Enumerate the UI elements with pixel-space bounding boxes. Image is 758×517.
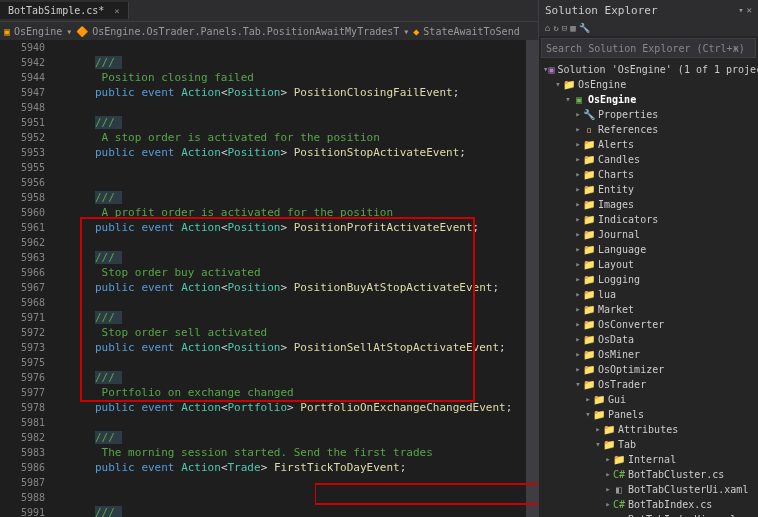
panel-title: Solution Explorer	[545, 4, 658, 17]
line-number-gutter: 5940594259445947594859515952595359555956…	[0, 40, 55, 517]
collapse-icon[interactable]: ⊟	[562, 23, 567, 33]
tree-item[interactable]: ▸📁Internal	[539, 452, 758, 467]
close-panel-icon[interactable]: ✕	[747, 5, 752, 15]
properties-icon[interactable]: 🔧	[579, 23, 590, 33]
tree-item[interactable]: ▸◧BotTabClusterUi.xaml	[539, 482, 758, 497]
tree-item[interactable]: ▾▣Solution 'OsEngine' (1 of 1 project)	[539, 62, 758, 77]
tree-item[interactable]: ▸📁Logging	[539, 272, 758, 287]
tree-item[interactable]: ▸📁lua	[539, 287, 758, 302]
tree-item[interactable]: ▸📁Charts	[539, 167, 758, 182]
show-all-icon[interactable]: ▦	[570, 23, 575, 33]
pin-icon[interactable]: ▾	[738, 5, 743, 15]
project-icon: ▣	[4, 26, 10, 37]
breadcrumb-member[interactable]: StateAwaitToSend	[423, 26, 519, 37]
tree-item[interactable]: ▸🔧Properties	[539, 107, 758, 122]
tree-item[interactable]: ▸📁Alerts	[539, 137, 758, 152]
solution-tree[interactable]: ▾▣Solution 'OsEngine' (1 of 1 project) ▾…	[539, 60, 758, 517]
tree-item[interactable]: ▸📁Layout	[539, 257, 758, 272]
tree-item[interactable]: ▸📁Journal	[539, 227, 758, 242]
tab-label: BotTabSimple.cs*	[8, 5, 104, 16]
tree-item[interactable]: ▾▣OsEngine	[539, 92, 758, 107]
tree-item[interactable]: ▸📁OsData	[539, 332, 758, 347]
tree-item[interactable]: ▾📁Tab	[539, 437, 758, 452]
tree-item[interactable]: ▸▫References	[539, 122, 758, 137]
tree-item[interactable]: ▸📁Market	[539, 302, 758, 317]
chevron-icon: ▾	[403, 26, 409, 37]
class-icon: 🔶	[76, 26, 88, 37]
search-placeholder: Search Solution Explorer (Ctrl+ж)	[546, 43, 745, 54]
tree-item[interactable]: ▸📁Indicators	[539, 212, 758, 227]
tree-item[interactable]: ▾📁OsEngine	[539, 77, 758, 92]
tree-item[interactable]: ▸📁Gui	[539, 392, 758, 407]
tree-item[interactable]: ▸📁OsOptimizer	[539, 362, 758, 377]
tree-item[interactable]: ▸◧BotTabIndexUi.xaml	[539, 512, 758, 517]
editor-tab[interactable]: BotTabSimple.cs* ×	[0, 2, 129, 19]
tree-item[interactable]: ▸📁Images	[539, 197, 758, 212]
tree-item[interactable]: ▸C#BotTabCluster.cs	[539, 467, 758, 482]
breadcrumb-class[interactable]: OsEngine.OsTrader.Panels.Tab.PositionAwa…	[92, 26, 399, 37]
scrollbar-vertical[interactable]	[526, 40, 538, 517]
chevron-icon: ▾	[66, 26, 72, 37]
tree-item[interactable]: ▸📁Candles	[539, 152, 758, 167]
tree-item[interactable]: ▸C#BotTabIndex.cs	[539, 497, 758, 512]
tree-item[interactable]: ▸📁Attributes	[539, 422, 758, 437]
tree-item[interactable]: ▾📁Panels	[539, 407, 758, 422]
tree-item[interactable]: ▸📁Language	[539, 242, 758, 257]
tree-item[interactable]: ▸📁OsMiner	[539, 347, 758, 362]
home-icon[interactable]: ⌂	[545, 23, 550, 33]
breadcrumb-project[interactable]: OsEngine	[14, 26, 62, 37]
tree-item[interactable]: ▸📁OsConverter	[539, 317, 758, 332]
field-icon: ◆	[413, 26, 419, 37]
search-input[interactable]: Search Solution Explorer (Ctrl+ж)	[541, 38, 756, 58]
tree-item[interactable]: ▸📁Entity	[539, 182, 758, 197]
tree-item[interactable]: ▾📁OsTrader	[539, 377, 758, 392]
code-editor[interactable]: /// Position closing failedpublic event …	[55, 40, 526, 517]
close-icon[interactable]: ×	[114, 6, 119, 16]
refresh-icon[interactable]: ↻	[553, 23, 558, 33]
